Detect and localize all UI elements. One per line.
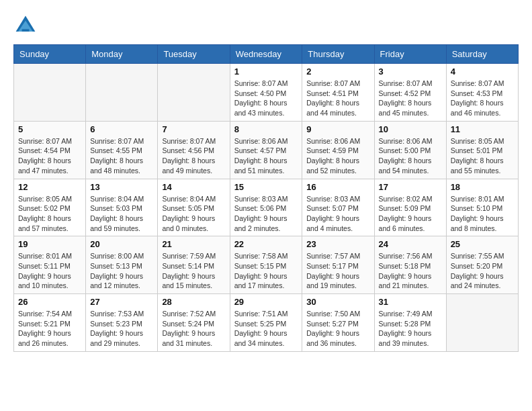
day-info: Sunrise: 8:05 AM Sunset: 5:02 PM Dayligh… (18, 194, 81, 234)
day-info: Sunrise: 7:56 AM Sunset: 5:18 PM Dayligh… (379, 251, 442, 291)
day-number: 19 (18, 239, 81, 249)
svg-rect-2 (22, 29, 30, 32)
day-info: Sunrise: 8:07 AM Sunset: 4:56 PM Dayligh… (162, 136, 225, 176)
day-number: 24 (379, 239, 442, 249)
calendar-week-row: 19Sunrise: 8:01 AM Sunset: 5:11 PM Dayli… (14, 236, 519, 294)
calendar-day-cell: 28Sunrise: 7:52 AM Sunset: 5:24 PM Dayli… (158, 294, 230, 352)
logo (13, 13, 42, 38)
calendar-header-saturday: Saturday (446, 45, 518, 64)
calendar-day-cell: 2Sunrise: 8:07 AM Sunset: 4:51 PM Daylig… (302, 64, 374, 122)
calendar-day-cell: 24Sunrise: 7:56 AM Sunset: 5:18 PM Dayli… (374, 236, 446, 294)
day-number: 20 (90, 239, 153, 249)
calendar-day-cell: 20Sunrise: 8:00 AM Sunset: 5:13 PM Dayli… (86, 236, 158, 294)
day-number: 23 (306, 239, 369, 249)
day-info: Sunrise: 8:07 AM Sunset: 4:50 PM Dayligh… (234, 79, 298, 118)
day-info: Sunrise: 8:00 AM Sunset: 5:13 PM Dayligh… (90, 251, 153, 291)
calendar-day-cell: 27Sunrise: 7:53 AM Sunset: 5:23 PM Dayli… (86, 294, 158, 352)
day-info: Sunrise: 7:57 AM Sunset: 5:17 PM Dayligh… (306, 251, 369, 291)
calendar-day-cell (158, 64, 230, 122)
calendar-day-cell: 6Sunrise: 8:07 AM Sunset: 4:55 PM Daylig… (86, 121, 158, 179)
day-info: Sunrise: 7:54 AM Sunset: 5:21 PM Dayligh… (18, 309, 81, 349)
day-info: Sunrise: 8:07 AM Sunset: 4:51 PM Dayligh… (306, 79, 369, 118)
calendar-day-cell: 26Sunrise: 7:54 AM Sunset: 5:21 PM Dayli… (14, 294, 86, 352)
day-number: 7 (162, 124, 225, 134)
calendar-day-cell: 19Sunrise: 8:01 AM Sunset: 5:11 PM Dayli… (14, 236, 86, 294)
calendar-day-cell (86, 64, 158, 122)
calendar-day-cell: 15Sunrise: 8:03 AM Sunset: 5:06 PM Dayli… (230, 179, 302, 236)
calendar-table: SundayMondayTuesdayWednesdayThursdayFrid… (13, 44, 519, 352)
day-number: 22 (234, 239, 298, 249)
day-number: 25 (451, 239, 514, 249)
day-info: Sunrise: 8:07 AM Sunset: 4:55 PM Dayligh… (90, 136, 153, 176)
calendar-day-cell: 12Sunrise: 8:05 AM Sunset: 5:02 PM Dayli… (14, 179, 86, 236)
day-info: Sunrise: 8:02 AM Sunset: 5:09 PM Dayligh… (379, 194, 442, 234)
day-number: 2 (306, 66, 369, 77)
calendar-day-cell: 29Sunrise: 7:51 AM Sunset: 5:25 PM Dayli… (230, 294, 302, 352)
day-info: Sunrise: 8:03 AM Sunset: 5:06 PM Dayligh… (234, 194, 298, 234)
day-number: 27 (90, 297, 153, 307)
day-number: 17 (379, 182, 442, 192)
day-info: Sunrise: 7:55 AM Sunset: 5:20 PM Dayligh… (451, 251, 514, 291)
calendar-day-cell: 23Sunrise: 7:57 AM Sunset: 5:17 PM Dayli… (302, 236, 374, 294)
day-info: Sunrise: 8:04 AM Sunset: 5:03 PM Dayligh… (90, 194, 153, 234)
calendar-header-row: SundayMondayTuesdayWednesdayThursdayFrid… (14, 45, 519, 64)
calendar-header-monday: Monday (86, 45, 158, 64)
day-info: Sunrise: 8:05 AM Sunset: 5:01 PM Dayligh… (451, 136, 514, 176)
day-number: 6 (90, 124, 153, 134)
calendar-day-cell: 9Sunrise: 8:06 AM Sunset: 4:59 PM Daylig… (302, 121, 374, 179)
day-number: 13 (90, 182, 153, 192)
day-info: Sunrise: 7:53 AM Sunset: 5:23 PM Dayligh… (90, 309, 153, 349)
day-number: 29 (234, 297, 298, 307)
day-info: Sunrise: 7:59 AM Sunset: 5:14 PM Dayligh… (162, 251, 225, 291)
day-info: Sunrise: 8:06 AM Sunset: 5:00 PM Dayligh… (379, 136, 442, 176)
calendar-week-row: 12Sunrise: 8:05 AM Sunset: 5:02 PM Dayli… (14, 179, 519, 236)
calendar-day-cell: 1Sunrise: 8:07 AM Sunset: 4:50 PM Daylig… (230, 64, 302, 122)
calendar-day-cell (14, 64, 86, 122)
day-number: 18 (451, 182, 514, 192)
calendar-day-cell: 4Sunrise: 8:07 AM Sunset: 4:53 PM Daylig… (446, 64, 518, 122)
day-info: Sunrise: 8:07 AM Sunset: 4:54 PM Dayligh… (18, 136, 81, 176)
day-info: Sunrise: 8:01 AM Sunset: 5:11 PM Dayligh… (18, 251, 81, 291)
day-info: Sunrise: 7:49 AM Sunset: 5:28 PM Dayligh… (379, 309, 442, 349)
day-number: 1 (234, 66, 298, 77)
calendar-week-row: 1Sunrise: 8:07 AM Sunset: 4:50 PM Daylig… (14, 64, 519, 122)
calendar-day-cell: 14Sunrise: 8:04 AM Sunset: 5:05 PM Dayli… (158, 179, 230, 236)
calendar-header-wednesday: Wednesday (230, 45, 302, 64)
day-number: 31 (379, 297, 442, 307)
calendar-day-cell: 5Sunrise: 8:07 AM Sunset: 4:54 PM Daylig… (14, 121, 86, 179)
calendar-day-cell: 10Sunrise: 8:06 AM Sunset: 5:00 PM Dayli… (374, 121, 446, 179)
day-number: 12 (18, 182, 81, 192)
day-info: Sunrise: 7:51 AM Sunset: 5:25 PM Dayligh… (234, 309, 298, 349)
day-info: Sunrise: 7:50 AM Sunset: 5:27 PM Dayligh… (306, 309, 369, 349)
day-info: Sunrise: 8:07 AM Sunset: 4:53 PM Dayligh… (451, 79, 514, 118)
calendar-day-cell: 7Sunrise: 8:07 AM Sunset: 4:56 PM Daylig… (158, 121, 230, 179)
calendar-day-cell (446, 294, 518, 352)
day-number: 4 (451, 66, 514, 77)
day-number: 26 (18, 297, 81, 307)
day-number: 3 (379, 66, 442, 77)
logo-icon (13, 13, 38, 38)
day-number: 9 (306, 124, 369, 134)
calendar-day-cell: 25Sunrise: 7:55 AM Sunset: 5:20 PM Dayli… (446, 236, 518, 294)
day-number: 21 (162, 239, 225, 249)
calendar-header-friday: Friday (374, 45, 446, 64)
calendar-day-cell: 8Sunrise: 8:06 AM Sunset: 4:57 PM Daylig… (230, 121, 302, 179)
day-number: 28 (162, 297, 225, 307)
calendar-day-cell: 31Sunrise: 7:49 AM Sunset: 5:28 PM Dayli… (374, 294, 446, 352)
day-number: 30 (306, 297, 369, 307)
calendar-day-cell: 11Sunrise: 8:05 AM Sunset: 5:01 PM Dayli… (446, 121, 518, 179)
day-info: Sunrise: 7:52 AM Sunset: 5:24 PM Dayligh… (162, 309, 225, 349)
day-number: 15 (234, 182, 298, 192)
calendar-day-cell: 16Sunrise: 8:03 AM Sunset: 5:07 PM Dayli… (302, 179, 374, 236)
day-info: Sunrise: 8:01 AM Sunset: 5:10 PM Dayligh… (451, 194, 514, 234)
day-info: Sunrise: 8:07 AM Sunset: 4:52 PM Dayligh… (379, 79, 442, 118)
calendar-day-cell: 22Sunrise: 7:58 AM Sunset: 5:15 PM Dayli… (230, 236, 302, 294)
calendar-day-cell: 13Sunrise: 8:04 AM Sunset: 5:03 PM Dayli… (86, 179, 158, 236)
day-info: Sunrise: 8:06 AM Sunset: 4:59 PM Dayligh… (306, 136, 369, 176)
calendar-header-tuesday: Tuesday (158, 45, 230, 64)
calendar-week-row: 5Sunrise: 8:07 AM Sunset: 4:54 PM Daylig… (14, 121, 519, 179)
calendar-day-cell: 21Sunrise: 7:59 AM Sunset: 5:14 PM Dayli… (158, 236, 230, 294)
day-number: 16 (306, 182, 369, 192)
day-info: Sunrise: 8:04 AM Sunset: 5:05 PM Dayligh… (162, 194, 225, 234)
day-number: 10 (379, 124, 442, 134)
